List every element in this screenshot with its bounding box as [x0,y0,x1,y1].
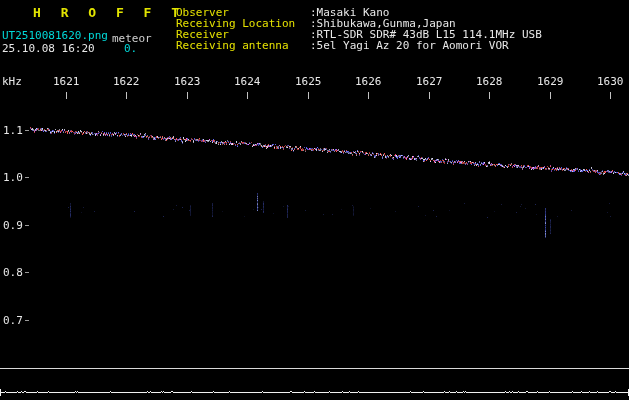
minute-tick [550,92,551,99]
time-tick-label: 1625 [295,75,322,88]
app-title: H R O F F T [33,5,185,20]
freq-tick-label: 1.0 [3,171,23,184]
minute-tick [308,92,309,99]
time-tick-label: 1621 [53,75,80,88]
freq-tick-label: 0.8 [3,266,23,279]
time-tick-label: 1629 [537,75,564,88]
minute-tick [126,92,127,99]
freq-tick [25,320,29,321]
hrofft-screen: H R O F F T UT2510081620.png meteor 25.1… [0,0,629,400]
minute-tick [429,92,430,99]
minute-tick [489,92,490,99]
observation-datetime: 25.10.08 16:20 [2,42,95,55]
time-tick-label: 1624 [234,75,261,88]
meta-label: Receiving antenna [176,39,289,52]
freq-tick [25,225,29,226]
meta-value: :5el Yagi Az 20 for Aomori VOR [310,39,509,52]
freq-tick [25,177,29,178]
minute-tick [368,92,369,99]
time-tick-label: 1628 [476,75,503,88]
time-tick-label: 1622 [113,75,140,88]
freq-tick-label: 0.7 [3,314,23,327]
freq-tick-label: 1.1 [3,124,23,137]
minute-tick [187,92,188,99]
freq-tick-label: 0.9 [3,219,23,232]
time-tick-label: 1630 [597,75,624,88]
minute-tick [66,92,67,99]
freq-tick [25,272,29,273]
spectrogram-canvas [0,0,629,400]
freq-tick [25,130,29,131]
freq-unit-label: kHz [2,75,22,88]
echo-count: 0. [124,42,137,55]
minute-tick [247,92,248,99]
time-tick-label: 1626 [355,75,382,88]
minute-tick [610,92,611,99]
output-filename: UT2510081620.png [2,29,108,42]
time-tick-label: 1627 [416,75,443,88]
time-tick-label: 1623 [174,75,201,88]
